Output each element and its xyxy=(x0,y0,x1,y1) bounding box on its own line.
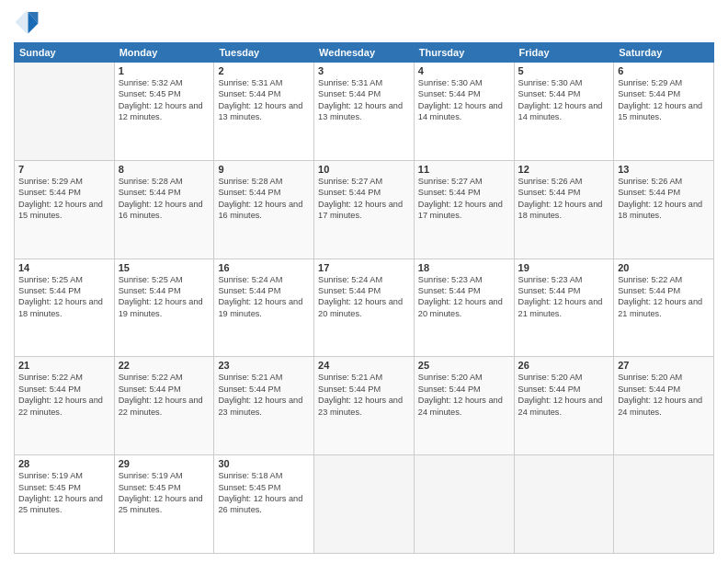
day-number: 4 xyxy=(418,65,510,76)
day-cell: 10Sunrise: 5:27 AMSunset: 5:44 PMDayligh… xyxy=(314,160,415,259)
day-info: Sunrise: 5:25 AMSunset: 5:44 PMDaylight:… xyxy=(18,274,110,320)
weekday-header-friday: Friday xyxy=(514,43,614,63)
day-cell: 20Sunrise: 5:22 AMSunset: 5:44 PMDayligh… xyxy=(614,259,714,357)
day-cell: 9Sunrise: 5:28 AMSunset: 5:44 PMDaylight… xyxy=(214,160,314,259)
day-info: Sunrise: 5:22 AMSunset: 5:44 PMDaylight:… xyxy=(618,274,710,320)
day-cell: 30Sunrise: 5:18 AMSunset: 5:45 PMDayligh… xyxy=(214,455,314,554)
day-number: 25 xyxy=(418,360,510,371)
day-info: Sunrise: 5:31 AMSunset: 5:44 PMDaylight:… xyxy=(318,77,410,123)
day-number: 23 xyxy=(218,360,310,371)
day-number: 13 xyxy=(618,164,710,175)
week-row-2: 7Sunrise: 5:29 AMSunset: 5:44 PMDaylight… xyxy=(15,160,714,259)
day-cell: 24Sunrise: 5:21 AMSunset: 5:44 PMDayligh… xyxy=(314,357,415,455)
day-info: Sunrise: 5:30 AMSunset: 5:44 PMDaylight:… xyxy=(518,77,610,123)
day-number: 17 xyxy=(318,262,410,273)
day-number: 20 xyxy=(618,262,710,273)
week-row-4: 21Sunrise: 5:22 AMSunset: 5:44 PMDayligh… xyxy=(15,357,714,455)
day-info: Sunrise: 5:20 AMSunset: 5:44 PMDaylight:… xyxy=(518,372,610,418)
weekday-header-tuesday: Tuesday xyxy=(214,43,314,63)
day-number: 14 xyxy=(18,262,110,273)
day-info: Sunrise: 5:22 AMSunset: 5:44 PMDaylight:… xyxy=(18,372,110,418)
day-info: Sunrise: 5:29 AMSunset: 5:44 PMDaylight:… xyxy=(18,176,110,222)
day-number: 19 xyxy=(518,262,610,273)
day-number: 2 xyxy=(218,65,310,76)
day-number: 11 xyxy=(418,164,510,175)
day-cell: 6Sunrise: 5:29 AMSunset: 5:44 PMDaylight… xyxy=(614,63,714,161)
day-info: Sunrise: 5:24 AMSunset: 5:44 PMDaylight:… xyxy=(318,274,410,320)
day-cell: 21Sunrise: 5:22 AMSunset: 5:44 PMDayligh… xyxy=(15,357,115,455)
day-cell: 7Sunrise: 5:29 AMSunset: 5:44 PMDaylight… xyxy=(15,160,115,259)
day-number: 15 xyxy=(119,262,210,273)
day-number: 16 xyxy=(218,262,310,273)
day-info: Sunrise: 5:29 AMSunset: 5:44 PMDaylight:… xyxy=(618,77,710,123)
day-cell: 14Sunrise: 5:25 AMSunset: 5:44 PMDayligh… xyxy=(15,259,115,357)
day-cell: 28Sunrise: 5:19 AMSunset: 5:45 PMDayligh… xyxy=(15,455,115,554)
day-number: 6 xyxy=(618,65,710,76)
day-cell xyxy=(414,455,514,554)
day-info: Sunrise: 5:28 AMSunset: 5:44 PMDaylight:… xyxy=(218,176,310,222)
day-number: 8 xyxy=(119,164,210,175)
day-info: Sunrise: 5:25 AMSunset: 5:44 PMDaylight:… xyxy=(119,274,210,320)
day-info: Sunrise: 5:32 AMSunset: 5:45 PMDaylight:… xyxy=(119,77,210,123)
day-cell xyxy=(514,455,614,554)
day-cell: 11Sunrise: 5:27 AMSunset: 5:44 PMDayligh… xyxy=(414,160,514,259)
day-number: 12 xyxy=(518,164,610,175)
day-cell: 18Sunrise: 5:23 AMSunset: 5:44 PMDayligh… xyxy=(414,259,514,357)
day-cell: 26Sunrise: 5:20 AMSunset: 5:44 PMDayligh… xyxy=(514,357,614,455)
day-info: Sunrise: 5:23 AMSunset: 5:44 PMDaylight:… xyxy=(518,274,610,320)
day-number: 21 xyxy=(18,360,110,371)
calendar-table: SundayMondayTuesdayWednesdayThursdayFrid… xyxy=(14,42,714,554)
day-number: 26 xyxy=(518,360,610,371)
day-cell: 1Sunrise: 5:32 AMSunset: 5:45 PMDaylight… xyxy=(114,63,214,161)
weekday-header-saturday: Saturday xyxy=(614,43,714,63)
day-cell: 19Sunrise: 5:23 AMSunset: 5:44 PMDayligh… xyxy=(514,259,614,357)
day-cell xyxy=(614,455,714,554)
day-info: Sunrise: 5:31 AMSunset: 5:44 PMDaylight:… xyxy=(218,77,310,123)
day-number: 22 xyxy=(119,360,210,371)
day-info: Sunrise: 5:19 AMSunset: 5:45 PMDaylight:… xyxy=(119,470,210,516)
day-cell: 12Sunrise: 5:26 AMSunset: 5:44 PMDayligh… xyxy=(514,160,614,259)
weekday-header-thursday: Thursday xyxy=(414,43,514,63)
day-number: 28 xyxy=(18,458,110,469)
header xyxy=(14,9,714,35)
day-number: 18 xyxy=(418,262,510,273)
day-number: 5 xyxy=(518,65,610,76)
logo-icon xyxy=(14,9,40,35)
day-info: Sunrise: 5:24 AMSunset: 5:44 PMDaylight:… xyxy=(218,274,310,320)
day-info: Sunrise: 5:20 AMSunset: 5:44 PMDaylight:… xyxy=(618,372,710,418)
page: SundayMondayTuesdayWednesdayThursdayFrid… xyxy=(0,0,728,563)
day-info: Sunrise: 5:28 AMSunset: 5:44 PMDaylight:… xyxy=(119,176,210,222)
day-number: 30 xyxy=(218,458,310,469)
day-cell: 13Sunrise: 5:26 AMSunset: 5:44 PMDayligh… xyxy=(614,160,714,259)
day-number: 27 xyxy=(618,360,710,371)
day-cell: 23Sunrise: 5:21 AMSunset: 5:44 PMDayligh… xyxy=(214,357,314,455)
day-cell: 16Sunrise: 5:24 AMSunset: 5:44 PMDayligh… xyxy=(214,259,314,357)
day-cell: 3Sunrise: 5:31 AMSunset: 5:44 PMDaylight… xyxy=(314,63,415,161)
day-number: 7 xyxy=(18,164,110,175)
day-cell xyxy=(15,63,115,161)
day-info: Sunrise: 5:21 AMSunset: 5:44 PMDaylight:… xyxy=(218,372,310,418)
day-info: Sunrise: 5:21 AMSunset: 5:44 PMDaylight:… xyxy=(318,372,410,418)
day-info: Sunrise: 5:20 AMSunset: 5:44 PMDaylight:… xyxy=(418,372,510,418)
day-number: 9 xyxy=(218,164,310,175)
logo xyxy=(14,9,43,35)
week-row-3: 14Sunrise: 5:25 AMSunset: 5:44 PMDayligh… xyxy=(15,259,714,357)
weekday-header-row: SundayMondayTuesdayWednesdayThursdayFrid… xyxy=(15,43,714,63)
day-cell: 25Sunrise: 5:20 AMSunset: 5:44 PMDayligh… xyxy=(414,357,514,455)
week-row-5: 28Sunrise: 5:19 AMSunset: 5:45 PMDayligh… xyxy=(15,455,714,554)
day-info: Sunrise: 5:26 AMSunset: 5:44 PMDaylight:… xyxy=(618,176,710,222)
day-cell: 27Sunrise: 5:20 AMSunset: 5:44 PMDayligh… xyxy=(614,357,714,455)
day-info: Sunrise: 5:18 AMSunset: 5:45 PMDaylight:… xyxy=(218,470,310,516)
day-number: 29 xyxy=(119,458,210,469)
day-cell xyxy=(314,455,415,554)
day-cell: 15Sunrise: 5:25 AMSunset: 5:44 PMDayligh… xyxy=(114,259,214,357)
day-number: 3 xyxy=(318,65,410,76)
day-cell: 8Sunrise: 5:28 AMSunset: 5:44 PMDaylight… xyxy=(114,160,214,259)
day-cell: 2Sunrise: 5:31 AMSunset: 5:44 PMDaylight… xyxy=(214,63,314,161)
day-number: 1 xyxy=(119,65,210,76)
day-cell: 29Sunrise: 5:19 AMSunset: 5:45 PMDayligh… xyxy=(114,455,214,554)
day-info: Sunrise: 5:30 AMSunset: 5:44 PMDaylight:… xyxy=(418,77,510,123)
weekday-header-sunday: Sunday xyxy=(15,43,115,63)
weekday-header-monday: Monday xyxy=(114,43,214,63)
day-info: Sunrise: 5:23 AMSunset: 5:44 PMDaylight:… xyxy=(418,274,510,320)
